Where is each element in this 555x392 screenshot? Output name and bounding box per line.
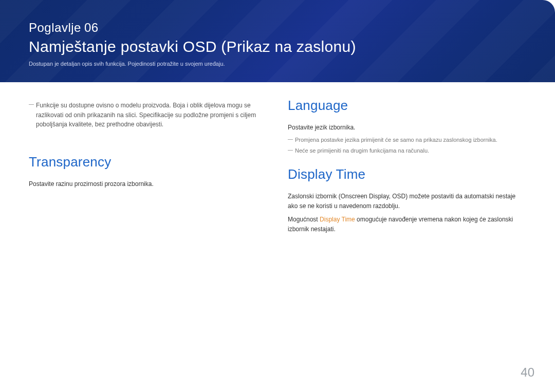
transparency-body: Postavite razinu prozirnosti prozora izb… — [29, 179, 267, 189]
display-time-body-2-pre: Mogućnost — [288, 216, 320, 223]
left-column: Funkcije su dostupne ovisno o modelu pro… — [29, 98, 267, 237]
right-column: Language Postavite jezik izbornika. Prom… — [288, 98, 526, 237]
content-area: Funkcije su dostupne ovisno o modelu pro… — [0, 82, 555, 237]
language-note-1: Promjena postavke jezika primijenit će s… — [288, 136, 526, 144]
language-note-2: Neće se primijeniti na drugim funkcijama… — [288, 146, 526, 155]
chapter-label-line: Poglavlje06 — [29, 21, 555, 35]
language-body: Postavite jezik izbornika. — [288, 123, 526, 133]
section-heading-transparency: Transparency — [29, 154, 267, 170]
chapter-label: Poglavlje — [29, 21, 81, 34]
display-time-term: Display Time — [320, 216, 355, 223]
model-disclaimer-note: Funkcije su dostupne ovisno o modelu pro… — [29, 101, 267, 129]
display-time-body-2: Mogućnost Display Time omogućuje navođen… — [288, 215, 526, 234]
chapter-number: 06 — [84, 21, 99, 34]
chapter-subtitle: Dostupan je detaljan opis svih funkcija.… — [29, 61, 555, 67]
chapter-title: Namještanje postavki OSD (Prikaz na zasl… — [29, 38, 555, 55]
page-number: 40 — [521, 365, 534, 380]
section-heading-language: Language — [288, 98, 526, 114]
section-heading-display-time: Display Time — [288, 166, 526, 182]
display-time-body-1: Zaslonski izbornik (Onscreen Display, OS… — [288, 192, 526, 211]
chapter-banner: Poglavlje06 Namještanje postavki OSD (Pr… — [0, 0, 555, 82]
